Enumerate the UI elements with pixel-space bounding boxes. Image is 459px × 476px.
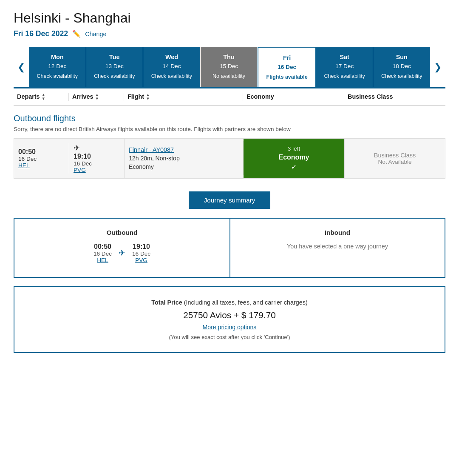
departs-date: 16 Dec [18, 156, 65, 162]
outbound-dep-date: 16 Dec [94, 251, 112, 257]
price-value: 25750 Avios + $ 179.70 [23, 310, 436, 320]
calendar-day-sat-17[interactable]: Sat 17 Dec Check availability [316, 47, 374, 87]
inbound-journey-card: Inbound You have selected a one way jour… [230, 219, 445, 277]
departs-time: 00:50 [18, 148, 65, 156]
airline-link[interactable]: Finnair - AY0087 [129, 146, 239, 153]
outbound-arr-date: 16 Dec [132, 251, 150, 257]
col-business: Business Class [344, 93, 445, 101]
departs-sort-icon: ▲▼ [42, 93, 46, 101]
selected-date: Fri 16 Dec 2022 [14, 29, 68, 38]
calendar-days: Mon 12 Dec Check availability Tue 13 Dec… [29, 47, 430, 87]
calendar-nav: ❮ Mon 12 Dec Check availability Tue 13 D… [14, 47, 445, 88]
flight-duration: 12h 20m, Non-stop [129, 155, 239, 162]
seats-left: 3 left [288, 145, 300, 152]
price-note: (You will see exact cost after you click… [23, 334, 436, 340]
arrives-airport[interactable]: PVG [74, 167, 120, 173]
calendar-day-wed-14[interactable]: Wed 14 Dec Check availability [143, 47, 201, 87]
inbound-one-way-note: You have selected a one way journey [239, 243, 436, 250]
calendar-day-thu-15[interactable]: Thu 15 Dec No availability [201, 47, 258, 87]
flight-cabin: Economy [129, 163, 239, 170]
journey-summary-button[interactable]: Journey summary [189, 191, 271, 209]
arrives-sort-icon: ▲▼ [95, 93, 99, 101]
flight-sort-icon: ▲▼ [146, 93, 150, 101]
airline-small-icon: ✈ [74, 144, 80, 153]
page-title: Helsinki - Shanghai [14, 10, 445, 26]
outbound-arr-time: 19:10 [132, 243, 150, 251]
price-box: Total Price (Including all taxes, fees, … [14, 286, 445, 353]
outbound-flight-times: 00:50 16 Dec HEL ✈ 19:10 16 Dec PVG [23, 243, 221, 263]
col-flight[interactable]: Flight ▲▼ [124, 93, 243, 101]
flight-row: 00:50 16 Dec HEL ✈ 19:10 16 Dec PVG Finn… [14, 138, 445, 179]
flight-arrives-cell: ✈ 19:10 16 Dec PVG [69, 139, 125, 178]
flight-departs-cell: 00:50 16 Dec HEL [14, 143, 69, 174]
economy-label: Economy [278, 154, 309, 161]
col-economy: Economy [243, 93, 344, 101]
departs-airport[interactable]: HEL [18, 162, 65, 168]
business-label: Business Class [374, 152, 416, 159]
flights-container: 00:50 16 Dec HEL ✈ 19:10 16 Dec PVG Finn… [14, 138, 445, 179]
col-arrives[interactable]: Arrives ▲▼ [69, 93, 124, 101]
calendar-day-sun-18[interactable]: Sun 18 Dec Check availability [373, 47, 430, 87]
journey-cards: Outbound 00:50 16 Dec HEL ✈ 19:10 16 Dec… [14, 218, 445, 278]
more-pricing-link[interactable]: More pricing options [23, 324, 436, 331]
outbound-note: Sorry, there are no direct British Airwa… [14, 126, 445, 132]
outbound-arr-airport[interactable]: PVG [132, 257, 150, 263]
business-status: Not Available [378, 159, 411, 165]
economy-option[interactable]: 3 left Economy ✓ [244, 139, 344, 178]
outbound-arr-info: 19:10 16 Dec PVG [132, 243, 150, 263]
outbound-section-title: Outbound flights [14, 114, 445, 123]
price-label: Total Price (Including all taxes, fees, … [23, 299, 436, 306]
calendar-day-mon-12[interactable]: Mon 12 Dec Check availability [29, 47, 86, 87]
journey-summary-btn-row: Journey summary [14, 191, 445, 209]
flight-info-cell: Finnair - AY0087 12h 20m, Non-stop Econo… [125, 141, 244, 175]
change-date-link[interactable]: Change [85, 31, 106, 37]
outbound-dep-airport[interactable]: HEL [94, 257, 112, 263]
arrives-date: 16 Dec [74, 160, 120, 167]
flight-table-header: Departs ▲▼ Arrives ▲▼ Flight ▲▼ Economy … [14, 88, 445, 106]
economy-check: ✓ [291, 163, 297, 171]
inbound-card-title: Inbound [239, 229, 436, 236]
outbound-dep-time: 00:50 [94, 243, 112, 251]
edit-icon: ✏️ [72, 30, 81, 38]
business-option: Business Class Not Available [344, 139, 445, 178]
calendar-day-fri-16[interactable]: Fri 16 Dec Flights available [258, 47, 316, 87]
outbound-card-title: Outbound [23, 229, 221, 236]
plane-icon: ✈ [119, 248, 125, 258]
arrives-time: 19:10 [74, 153, 120, 160]
calendar-prev-arrow[interactable]: ❮ [14, 47, 29, 87]
col-departs[interactable]: Departs ▲▼ [14, 93, 69, 101]
outbound-journey-card: Outbound 00:50 16 Dec HEL ✈ 19:10 16 Dec… [14, 219, 230, 277]
calendar-day-tue-13[interactable]: Tue 13 Dec Check availability [86, 47, 144, 87]
outbound-dep-info: 00:50 16 Dec HEL [94, 243, 112, 263]
calendar-next-arrow[interactable]: ❯ [430, 47, 445, 87]
